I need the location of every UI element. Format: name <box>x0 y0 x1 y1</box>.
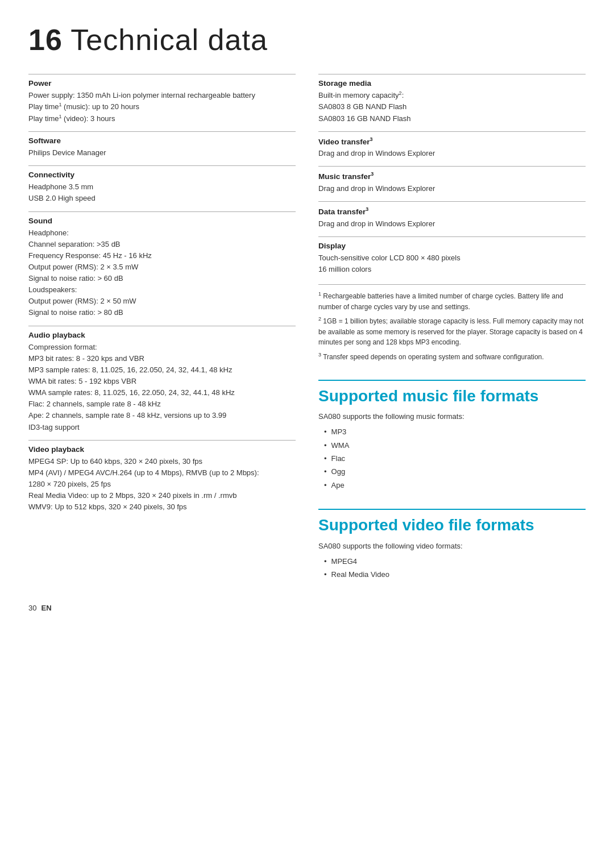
two-col-layout: Power Power supply: 1350 mAh Li-ion poly… <box>28 74 586 581</box>
section-header-video-playback: Video playback <box>28 445 296 454</box>
right-column: Storage media Built-in memory capacity2:… <box>318 74 586 581</box>
supported-video-list: MPEG4 Real Media Video <box>318 555 586 582</box>
list-item: Ogg <box>324 465 586 478</box>
section-header-audio-playback: Audio playback <box>28 331 296 339</box>
section-header-sound: Sound <box>28 217 296 225</box>
section-header-storage-media: Storage media <box>318 79 586 88</box>
page-number: 30 <box>28 604 36 612</box>
section-header-music-transfer: Music transfer3 <box>318 171 586 181</box>
section-header-power: Power <box>28 79 296 88</box>
section-body-data-transfer: Drag and drop in Windows Explorer <box>318 218 586 230</box>
section-connectivity: Connectivity Headphone 3.5 mm USB 2.0 Hi… <box>28 165 296 204</box>
section-data-transfer: Data transfer3 Drag and drop in Windows … <box>318 201 586 230</box>
section-software: Software Philips Device Manager <box>28 131 296 159</box>
section-storage-media: Storage media Built-in memory capacity2:… <box>318 74 586 124</box>
page-container: 16 Technical data Power Power supply: 13… <box>28 23 586 612</box>
section-header-software: Software <box>28 136 296 145</box>
section-header-data-transfer: Data transfer3 <box>318 206 586 216</box>
chapter-number: 16 <box>28 23 63 56</box>
supported-video-intro: SA080 supports the following video forma… <box>318 542 586 550</box>
list-item: MP3 <box>324 425 586 438</box>
list-item: Flac <box>324 452 586 465</box>
list-item: WMA <box>324 439 586 452</box>
section-body-video-transfer: Drag and drop in Windows Explorer <box>318 148 586 159</box>
section-header-video-transfer: Video transfer3 <box>318 136 586 146</box>
section-body-software: Philips Device Manager <box>28 147 296 159</box>
section-header-display: Display <box>318 242 586 250</box>
section-video-playback: Video playback MPEG4 SP: Up to 640 kbps,… <box>28 440 296 513</box>
supported-music-list: MP3 WMA Flac Ogg Ape <box>318 425 586 492</box>
list-item: Ape <box>324 479 586 492</box>
section-body-connectivity: Headphone 3.5 mm USB 2.0 High speed <box>28 181 296 204</box>
section-audio-playback: Audio playback Compression format: MP3 b… <box>28 326 296 433</box>
left-column: Power Power supply: 1350 mAh Li-ion poly… <box>28 74 296 581</box>
page-footer: 30 EN <box>28 604 586 612</box>
supported-video-title: Supported video file formats <box>318 509 586 535</box>
section-header-connectivity: Connectivity <box>28 171 296 179</box>
section-body-video-playback: MPEG4 SP: Up to 640 kbps, 320 × 240 pixe… <box>28 456 296 513</box>
supported-video-section: Supported video file formats SA080 suppo… <box>318 509 586 581</box>
chapter-title: 16 Technical data <box>28 23 586 57</box>
supported-music-title: Supported music file formats <box>318 380 586 406</box>
list-item: Real Media Video <box>324 568 586 581</box>
footnote-1: 1 Rechargeable batteries have a limited … <box>318 290 586 312</box>
section-power: Power Power supply: 1350 mAh Li-ion poly… <box>28 74 296 124</box>
supported-music-section: Supported music file formats SA080 suppo… <box>318 380 586 492</box>
footnote-2: 2 1GB = 1 billion bytes; available stora… <box>318 315 586 348</box>
supported-music-intro: SA080 supports the following music forma… <box>318 412 586 421</box>
section-video-transfer: Video transfer3 Drag and drop in Windows… <box>318 131 586 160</box>
footnotes-area: 1 Rechargeable batteries have a limited … <box>318 284 586 363</box>
chapter-title-text: Technical data <box>70 23 267 56</box>
section-display: Display Touch-sensitive color LCD 800 × … <box>318 236 586 275</box>
section-body-music-transfer: Drag and drop in Windows Explorer <box>318 183 586 194</box>
section-body-audio-playback: Compression format: MP3 bit rates: 8 - 3… <box>28 342 296 433</box>
list-item: MPEG4 <box>324 555 586 568</box>
section-body-display: Touch-sensitive color LCD 800 × 480 pixe… <box>318 252 586 275</box>
section-body-power: Power supply: 1350 mAh Li-ion polymer in… <box>28 90 296 124</box>
section-body-storage-media: Built-in memory capacity2: SA0803 8 GB N… <box>318 90 586 124</box>
page-lang: EN <box>41 604 51 612</box>
footnote-3: 3 Transfer speed depends on operating sy… <box>318 351 586 363</box>
section-body-sound: Headphone: Channel separation: >35 dB Fr… <box>28 227 296 319</box>
section-music-transfer: Music transfer3 Drag and drop in Windows… <box>318 166 586 194</box>
section-sound: Sound Headphone: Channel separation: >35… <box>28 211 296 319</box>
